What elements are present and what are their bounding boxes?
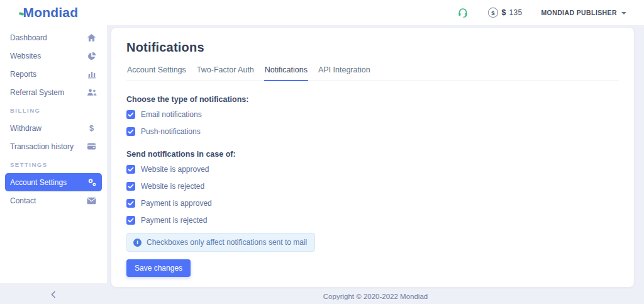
account-balance[interactable]: $ $135 xyxy=(487,7,523,18)
sidebar-collapse-button[interactable] xyxy=(0,287,107,302)
page-title: Notifications xyxy=(126,40,619,55)
info-alert-text: Checkboxes only affect notifications sen… xyxy=(147,238,307,247)
checkbox-label[interactable]: Website is rejected xyxy=(141,182,204,191)
dollar-circle-icon: $ xyxy=(487,7,499,18)
sidebar-item-label: Websites xyxy=(10,52,41,60)
logo-green-accent-icon xyxy=(19,12,25,15)
check-icon xyxy=(128,112,134,117)
sidebar-section-settings: SETTINGS xyxy=(0,155,107,173)
payment-approved-checkbox[interactable] xyxy=(126,199,135,208)
checkbox-row-website-approved: Website is approved xyxy=(126,165,619,174)
checkbox-label[interactable]: Payment is rejected xyxy=(141,216,207,225)
tab-account-settings[interactable]: Account Settings xyxy=(126,65,187,81)
checkbox-row-push-notifications: Push-notifications xyxy=(126,127,619,136)
envelope-icon xyxy=(86,197,97,205)
website-rejected-checkbox[interactable] xyxy=(126,182,135,191)
settings-tabs: Account Settings Two-Factor Auth Notific… xyxy=(126,65,619,81)
logo-text: Mondiad xyxy=(23,5,79,20)
users-icon xyxy=(86,88,97,96)
check-icon xyxy=(128,201,134,206)
sidebar-item-label: Withdraw xyxy=(10,124,42,133)
sidebar-item-label: Dashboard xyxy=(10,33,47,42)
sidebar: Dashboard Websites Reports Refer xyxy=(0,25,107,283)
tab-two-factor-auth[interactable]: Two-Factor Auth xyxy=(196,65,255,81)
check-icon xyxy=(128,184,134,189)
footer-copyright: Copyright © 2020-2022 Mondiad xyxy=(107,293,644,300)
account-menu-label: MONDIAD PUBLISHER xyxy=(541,9,617,16)
sidebar-item-transaction-history[interactable]: Transaction history xyxy=(5,137,102,155)
wallet-icon xyxy=(86,142,97,150)
sidebar-item-label: Account Settings xyxy=(10,178,67,187)
notification-case-heading: Send notifications in case of: xyxy=(126,150,619,159)
checkbox-label[interactable]: Website is approved xyxy=(141,165,209,174)
email-notifications-checkbox[interactable] xyxy=(126,110,135,119)
payment-rejected-checkbox[interactable] xyxy=(126,216,135,225)
sidebar-item-withdraw[interactable]: Withdraw $ xyxy=(5,119,102,137)
checkbox-row-payment-rejected: Payment is rejected xyxy=(126,216,619,225)
top-header: Mondiad $ $135 MONDIAD PUBLISHER xyxy=(0,0,644,25)
chevron-left-icon xyxy=(51,291,56,298)
pie-chart-icon xyxy=(86,52,97,60)
dollar-icon: $ xyxy=(86,123,97,133)
sidebar-item-label: Referral System xyxy=(10,88,64,97)
header-actions: $ $135 MONDIAD PUBLISHER xyxy=(457,7,626,18)
checkbox-label[interactable]: Payment is approved xyxy=(141,199,212,208)
sidebar-item-websites[interactable]: Websites xyxy=(5,47,102,65)
sidebar-item-account-settings[interactable]: Account Settings xyxy=(5,173,102,191)
chevron-down-icon xyxy=(621,12,626,14)
info-icon: i xyxy=(133,239,142,247)
save-changes-button[interactable]: Save changes xyxy=(126,259,191,277)
notification-type-heading: Choose the type of notifications: xyxy=(126,95,619,104)
info-alert: i Checkboxes only affect notifications s… xyxy=(126,233,315,252)
checkbox-row-payment-approved: Payment is approved xyxy=(126,199,619,208)
sidebar-section-billing: BILLING xyxy=(0,101,107,119)
push-notifications-checkbox[interactable] xyxy=(126,127,135,136)
home-icon xyxy=(86,33,97,42)
checkbox-label[interactable]: Push-notifications xyxy=(141,127,201,136)
sidebar-item-reports[interactable]: Reports xyxy=(5,65,102,83)
sidebar-item-label: Reports xyxy=(10,70,36,79)
sidebar-item-contact[interactable]: Contact xyxy=(5,191,102,210)
check-icon xyxy=(128,129,134,134)
balance-amount: 135 xyxy=(509,8,523,17)
svg-text:$: $ xyxy=(491,9,495,16)
mondiad-logo[interactable]: Mondiad xyxy=(19,5,78,20)
bar-chart-icon xyxy=(86,70,97,79)
sidebar-item-referral-system[interactable]: Referral System xyxy=(5,83,102,101)
cogs-icon xyxy=(86,177,97,187)
main-content-card: Notifications Account Settings Two-Facto… xyxy=(111,28,634,287)
checkbox-row-email-notifications: Email notifications xyxy=(126,110,619,119)
check-icon xyxy=(128,167,134,172)
tab-notifications[interactable]: Notifications xyxy=(264,65,308,81)
balance-currency: $ xyxy=(502,8,506,17)
tab-api-integration[interactable]: API Integration xyxy=(318,65,371,81)
account-menu[interactable]: MONDIAD PUBLISHER xyxy=(541,9,626,16)
check-icon xyxy=(128,218,134,223)
checkbox-row-website-rejected: Website is rejected xyxy=(126,182,619,191)
sidebar-item-label: Contact xyxy=(10,196,36,205)
sidebar-item-dashboard[interactable]: Dashboard xyxy=(5,28,102,47)
checkbox-label[interactable]: Email notifications xyxy=(141,110,202,119)
support-headset-icon[interactable] xyxy=(457,7,469,18)
website-approved-checkbox[interactable] xyxy=(126,165,135,174)
sidebar-item-label: Transaction history xyxy=(10,142,74,151)
